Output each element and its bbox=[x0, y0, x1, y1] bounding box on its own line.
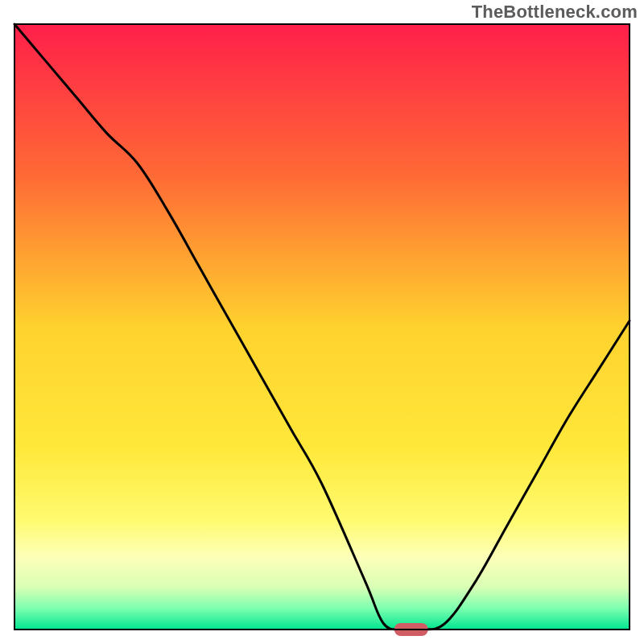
watermark-text: TheBottleneck.com bbox=[472, 2, 638, 23]
plot-background bbox=[14, 24, 630, 630]
chart-container: TheBottleneck.com bbox=[0, 0, 644, 644]
bottleneck-chart bbox=[0, 0, 644, 644]
